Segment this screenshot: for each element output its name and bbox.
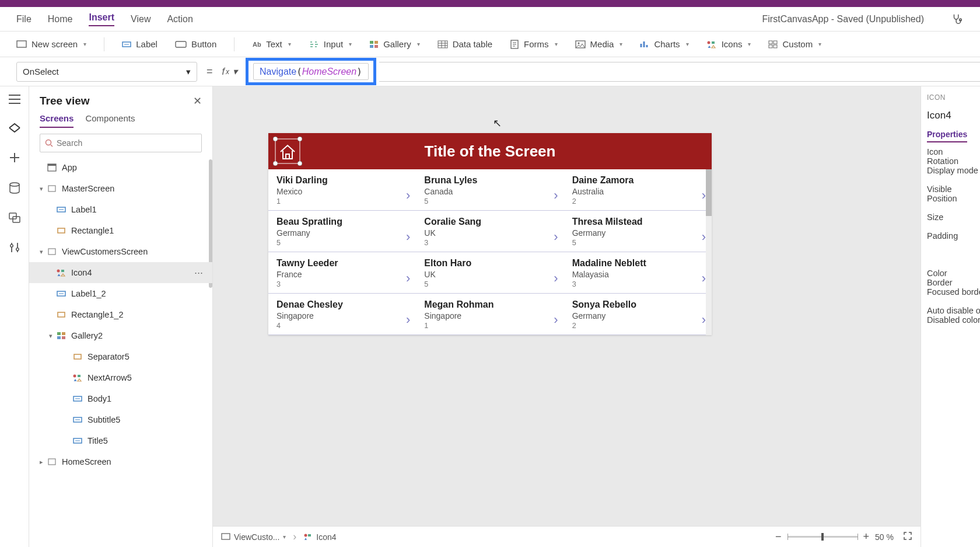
- chevron-right-icon[interactable]: ›: [554, 271, 558, 286]
- ribbon-text[interactable]: Abc Text▾: [252, 39, 291, 49]
- gallery-item[interactable]: Denae ChesleySingapore4›: [268, 294, 416, 335]
- tree-search[interactable]: [40, 134, 202, 152]
- tree-node-subtitle5[interactable]: Subtitle5: [29, 409, 212, 430]
- zoom-slider[interactable]: [788, 536, 858, 538]
- gallery-item[interactable]: Madaline NeblettMalayasia3›: [564, 252, 712, 293]
- chevron-right-icon[interactable]: ›: [554, 188, 558, 203]
- property-row[interactable]: Disabled color: [927, 315, 974, 325]
- rail-advanced-icon[interactable]: [9, 242, 20, 256]
- menu-view[interactable]: View: [131, 14, 150, 25]
- ribbon-custom[interactable]: Custom▾: [768, 39, 821, 49]
- tree-node-title5[interactable]: Title5: [29, 430, 212, 451]
- close-icon[interactable]: ✕: [193, 95, 202, 107]
- zoom-in-button[interactable]: +: [863, 531, 870, 543]
- gallery-item[interactable]: Viki DarlingMexico1›: [268, 169, 416, 210]
- tree-node-separator5[interactable]: Separator5: [29, 346, 212, 367]
- rail-insert-icon[interactable]: [9, 152, 20, 166]
- property-row[interactable]: [927, 297, 974, 306]
- chevron-right-icon[interactable]: ›: [406, 312, 410, 327]
- property-row[interactable]: Auto disable on s: [927, 306, 974, 315]
- rail-media-icon[interactable]: [9, 212, 20, 225]
- tree-node-viewcustomersscreen[interactable]: ▾ViewCustomersScreen: [29, 241, 212, 262]
- chevron-right-icon[interactable]: ›: [406, 271, 410, 286]
- ribbon-new-screen[interactable]: New screen▾: [16, 39, 86, 49]
- gallery-item[interactable]: Thresa MilsteadGermany5›: [564, 211, 712, 252]
- chevron-right-icon[interactable]: ›: [406, 229, 410, 245]
- property-row[interactable]: Display mode: [927, 166, 974, 175]
- gallery-item[interactable]: Bruna LylesCanada5›: [416, 169, 564, 210]
- chevron-right-icon[interactable]: ›: [702, 312, 706, 327]
- rail-data-icon[interactable]: [9, 182, 20, 196]
- ribbon-label[interactable]: Label: [122, 39, 158, 49]
- menu-insert[interactable]: Insert: [89, 12, 114, 26]
- property-row[interactable]: [927, 250, 974, 259]
- ribbon-icons[interactable]: Icons▾: [706, 39, 751, 49]
- tree-node-label1_2[interactable]: Label1_2: [29, 283, 212, 304]
- tree-node-nextarrow5[interactable]: NextArrow5: [29, 367, 212, 388]
- gallery-item[interactable]: Daine ZamoraAustralia2›: [564, 169, 712, 210]
- gallery-item[interactable]: Beau SpratlingGermany5›: [268, 211, 416, 252]
- rail-hamburger-icon[interactable]: [9, 95, 20, 106]
- property-row[interactable]: Border: [927, 278, 974, 287]
- tree-search-input[interactable]: [57, 138, 197, 148]
- tree-node-rectangle1_2[interactable]: Rectangle1_2: [29, 304, 212, 325]
- selected-home-icon[interactable]: [273, 137, 302, 166]
- gallery-item[interactable]: Coralie SangUK3›: [416, 211, 564, 252]
- chevron-right-icon[interactable]: ›: [702, 188, 706, 203]
- menu-action[interactable]: Action: [167, 14, 192, 25]
- property-row[interactable]: Focused border: [927, 287, 974, 297]
- gallery[interactable]: Viki DarlingMexico1›Bruna LylesCanada5›D…: [268, 169, 712, 335]
- property-row[interactable]: Visible: [927, 184, 974, 194]
- menu-file[interactable]: File: [16, 14, 32, 25]
- property-row[interactable]: [927, 222, 974, 231]
- gallery-item[interactable]: Tawny LeederFrance3›: [268, 252, 416, 293]
- formula-input[interactable]: Navigate(HomeScreen): [253, 63, 369, 80]
- tree-node-gallery2[interactable]: ▾Gallery2: [29, 325, 212, 346]
- tab-components[interactable]: Components: [85, 113, 135, 128]
- chevron-right-icon[interactable]: ›: [406, 188, 410, 203]
- chevron-right-icon[interactable]: ›: [702, 229, 706, 245]
- property-row[interactable]: [927, 259, 974, 269]
- property-row[interactable]: [927, 203, 974, 212]
- property-row[interactable]: Color: [927, 269, 974, 278]
- zoom-out-button[interactable]: −: [775, 531, 782, 543]
- property-row[interactable]: [927, 175, 974, 184]
- chevron-right-icon[interactable]: ›: [554, 229, 558, 245]
- gallery-item[interactable]: Megan RohmanSingapore1›: [416, 294, 564, 335]
- menu-home[interactable]: Home: [48, 14, 73, 25]
- chevron-right-icon[interactable]: ›: [702, 271, 706, 286]
- property-row[interactable]: Position: [927, 194, 974, 203]
- property-selector[interactable]: OnSelect ▾: [16, 62, 197, 82]
- gallery-item[interactable]: Sonya RebelloGermany2›: [564, 294, 712, 335]
- tree-node-masterscreen[interactable]: ▾MasterScreen: [29, 178, 212, 199]
- property-row[interactable]: Padding: [927, 231, 974, 241]
- tab-screens[interactable]: Screens: [40, 113, 74, 128]
- ribbon-media[interactable]: Media▾: [575, 39, 623, 49]
- ribbon-data-table[interactable]: Data table: [438, 39, 492, 49]
- ribbon-input[interactable]: Input▾: [309, 39, 352, 49]
- property-row[interactable]: [927, 241, 974, 250]
- property-row[interactable]: Icon: [927, 147, 974, 156]
- gallery-item[interactable]: Elton HaroUK5›: [416, 252, 564, 293]
- breadcrumb-screen[interactable]: ViewCusto... ▾: [221, 532, 286, 542]
- screen-preview[interactable]: Title of the Screen Viki DarlingMexico1›…: [268, 133, 712, 335]
- ribbon-button[interactable]: Button: [175, 39, 216, 49]
- rail-treeview-icon[interactable]: [9, 123, 20, 135]
- app-checker-icon[interactable]: [951, 13, 964, 26]
- chevron-right-icon[interactable]: ›: [554, 312, 558, 327]
- fx-icon[interactable]: fx▾: [222, 66, 237, 77]
- ribbon-forms[interactable]: Forms▾: [510, 39, 558, 49]
- property-row[interactable]: Size: [927, 212, 974, 222]
- canvas-viewport[interactable]: ↖: [213, 86, 921, 526]
- ribbon-gallery[interactable]: Gallery▾: [369, 39, 420, 49]
- tree-node-label1[interactable]: Label1: [29, 199, 212, 220]
- ribbon-charts[interactable]: Charts▾: [640, 39, 688, 49]
- tree-node-rectangle1[interactable]: Rectangle1: [29, 220, 212, 241]
- tree-node-homescreen[interactable]: ▸HomeScreen: [29, 451, 212, 472]
- tree-node-icon4[interactable]: Icon4⋯: [29, 262, 212, 283]
- tab-properties[interactable]: Properties: [927, 130, 967, 142]
- tree-node-body1[interactable]: Body1: [29, 388, 212, 409]
- fit-to-screen-icon[interactable]: [903, 531, 912, 542]
- tree-node-app[interactable]: App: [29, 157, 212, 178]
- formula-input-extent[interactable]: [379, 62, 980, 82]
